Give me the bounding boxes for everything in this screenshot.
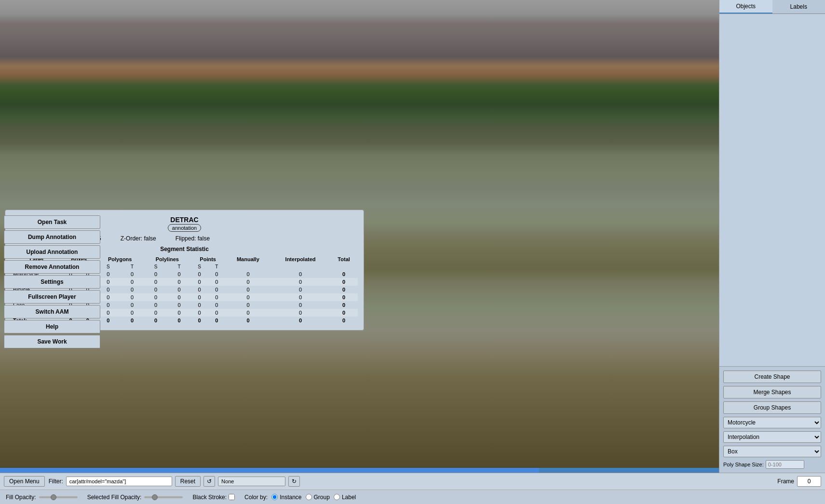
help-button[interactable]: Help: [4, 320, 100, 333]
canvas-area[interactable]: DETRAC annotation Frames: [0-5500] Overl…: [0, 0, 719, 473]
canvas-progress-bar: [0, 468, 719, 473]
dump-annotation-button[interactable]: Dump Annotation: [4, 230, 100, 244]
fill-opacity-thumb: [51, 494, 56, 500]
frame-area: Frame: [777, 476, 821, 487]
remove-annotation-button[interactable]: Remove Annotation: [4, 260, 100, 274]
fullscreen-player-button[interactable]: Fullscreen Player: [4, 290, 100, 304]
black-stroke-checkbox[interactable]: [229, 494, 235, 500]
fill-opacity-group: Fill Opacity:: [6, 494, 78, 501]
interpolation-select[interactable]: InterpolationAnnotation: [723, 431, 821, 443]
selected-fill-opacity-slider[interactable]: [144, 496, 183, 498]
shape-select[interactable]: BoxPolygonPolylinePoints: [723, 446, 821, 457]
undo-icon[interactable]: ↺: [203, 476, 215, 487]
right-panel-bottom: Create Shape Merge Shapes Group Shapes M…: [719, 366, 825, 473]
filter-label: Filter:: [49, 478, 63, 485]
open-task-button[interactable]: Open Task: [4, 215, 100, 229]
color-by-group-group: Group: [306, 494, 330, 501]
right-panel-content: [719, 14, 825, 366]
color-by-group-radio[interactable]: [306, 494, 312, 500]
fill-opacity-label: Fill Opacity:: [6, 494, 36, 501]
frame-input[interactable]: [797, 476, 821, 487]
col-polylines: Polylines: [144, 255, 190, 263]
color-by-group-label: Group: [314, 494, 330, 501]
label-select[interactable]: MotorcycleRoadBicyclePersonFaceCar: [723, 417, 821, 428]
selected-fill-opacity-group: Selected Fill Opacity:: [87, 494, 183, 501]
switch-aam-button[interactable]: Switch AAM: [4, 305, 100, 318]
left-menu: Open Task Dump Annotation Upload Annotat…: [4, 215, 100, 348]
col-interpolated: Interpolated: [271, 255, 330, 263]
black-stroke-label: Black Stroke:: [192, 494, 227, 501]
settings-button[interactable]: Settings: [4, 275, 100, 289]
poly-size-label: Poly Shape Size:: [723, 462, 764, 467]
filter-input[interactable]: [66, 477, 172, 486]
popup-annotation-label: annotation: [168, 224, 201, 232]
nav-input[interactable]: [218, 477, 285, 486]
color-by-instance-label: Instance: [280, 494, 301, 501]
tab-objects[interactable]: Objects: [719, 0, 772, 13]
poly-size-row: Poly Shape Size:: [723, 460, 821, 469]
fill-opacity-slider[interactable]: [39, 496, 78, 498]
frame-label: Frame: [777, 478, 794, 485]
selected-fill-opacity-thumb: [152, 494, 158, 500]
fill-row: Fill Opacity: Selected Fill Opacity: Bla…: [0, 490, 825, 504]
group-shapes-button[interactable]: Group Shapes: [723, 401, 821, 414]
upload-annotation-button[interactable]: Upload Annotation: [4, 245, 100, 259]
right-panel: Objects Labels Create Shape Merge Shapes…: [719, 0, 825, 473]
poly-size-input[interactable]: [766, 460, 804, 469]
open-menu-button[interactable]: Open Menu: [4, 476, 45, 487]
black-stroke-group: Black Stroke:: [192, 494, 235, 501]
col-points: Points: [190, 255, 225, 263]
color-by-instance-group: Instance: [271, 494, 301, 501]
bottom-toolbar: Open Menu Filter: Reset ↺ ↻ Frame: [0, 473, 825, 490]
merge-shapes-button[interactable]: Merge Shapes: [723, 386, 821, 398]
filter-bar: Filter: Reset ↺ ↻: [49, 476, 300, 487]
popup-flipped: Flipped: false: [176, 235, 210, 242]
create-shape-button[interactable]: Create Shape: [723, 371, 821, 383]
color-by-group: Color by: Instance Group Label: [244, 494, 356, 501]
reset-button[interactable]: Reset: [175, 476, 201, 487]
save-work-button[interactable]: Save Work: [4, 335, 100, 348]
popup-zorder: Z-Order: false: [121, 235, 156, 242]
right-panel-tabs: Objects Labels: [719, 0, 825, 14]
color-by-instance-radio[interactable]: [271, 494, 278, 500]
progress-fill: [0, 468, 539, 473]
col-total: Total: [330, 255, 358, 263]
color-by-label: Color by:: [244, 494, 268, 501]
color-by-label-group: Label: [334, 494, 356, 501]
color-by-label-label: Label: [342, 494, 356, 501]
selected-fill-opacity-label: Selected Fill Opacity:: [87, 494, 142, 501]
col-polygons: Polygons: [96, 255, 144, 263]
refresh-icon[interactable]: ↻: [288, 476, 300, 487]
color-by-label-radio[interactable]: [334, 494, 340, 500]
tab-labels[interactable]: Labels: [772, 0, 825, 13]
col-manually: Manually: [225, 255, 271, 263]
